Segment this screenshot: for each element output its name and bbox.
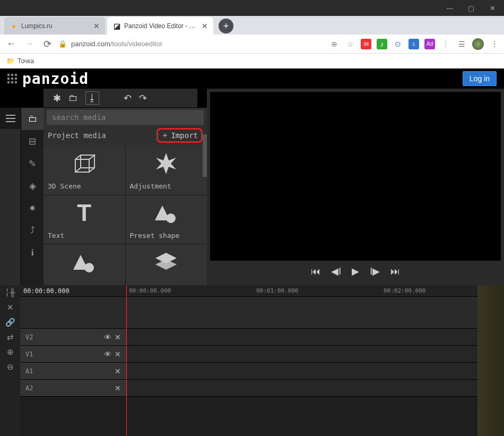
layers-icon [153,249,179,276]
chrome-menu-icon[interactable]: ⋮ [489,39,500,49]
timeline-empty-area[interactable] [20,297,477,329]
eye-icon[interactable]: 👁 [104,333,111,341]
timeline-tool-link[interactable]: 🔗 [0,315,20,330]
ext-icon-5[interactable]: Ad [424,39,435,49]
divider: | [440,39,451,49]
timeline-tool-snap[interactable]: ╎╫ [0,285,20,300]
panzoid-app: panzoid Log in ✱ 🗀 ⭳ ↶ ↷ [0,69,504,436]
nav-spark-icon[interactable]: ✷ [21,197,44,219]
nav-info-icon[interactable]: i [21,242,44,264]
window-maximize-button[interactable]: ▢ [460,0,482,16]
svg-point-2 [166,213,176,223]
media-item-3d-scene[interactable]: 3D Scene [44,146,125,195]
tab-title: Panzoid Video Editor - Edit Vide [124,22,198,30]
timeline-tool-split[interactable]: ⇄ [0,330,20,345]
media-item-extra-1[interactable] [44,244,125,285]
project-media-label: Project media [48,131,106,140]
timeline-tool-remove[interactable]: ⊖ [0,360,20,374]
media-item-extra-2[interactable] [126,244,207,285]
media-item-preset-shape[interactable]: Preset shape [126,195,207,244]
project-toolbar: ✱ 🗀 ⭳ ↶ ↷ [44,89,197,108]
panel-scrollbar[interactable] [203,134,207,177]
reading-list-icon[interactable]: ☰ [456,39,467,49]
ext-icon-3[interactable]: ⊙ [393,39,403,49]
close-icon[interactable]: ✕ [115,384,121,392]
timeline-main: 00:00:00.000 00:00:00.000 00:01:00.000 0… [20,285,477,436]
browser-tab-active[interactable]: ◪ Panzoid Video Editor - Edit Vide ✕ [107,17,213,35]
extension-icons: ⊕ ☆ 38 ♪ ⊙ 1 Ad | ☰ ⋮ [329,38,500,50]
close-icon[interactable]: ✕ [115,367,121,375]
share-icon[interactable]: ⊕ [329,39,340,49]
favicon-panzoid: ◪ [112,22,121,30]
star-icon[interactable]: ☆ [345,39,355,49]
search-input[interactable]: search media [47,110,204,125]
nav-sliders-icon[interactable]: ⊟ [21,130,44,152]
login-button[interactable]: Log in [463,71,497,86]
timeline-tool-delete[interactable]: ✕ [0,300,20,315]
url-field[interactable]: 🔒 panzoid.com/tools/videoeditor [58,40,325,48]
import-highlight: ＋ Import [157,128,203,143]
undo-icon[interactable]: ↶ [124,92,132,104]
window-close-button[interactable]: ✕ [482,0,503,16]
timeline-stamp: 00:01:00.000 [256,287,298,294]
ext-icon-4[interactable]: 1 [409,39,419,49]
apps-grid-icon [7,74,17,83]
hamburger-menu[interactable] [0,108,21,129]
nav-pencil-icon[interactable]: ✎ [21,152,44,175]
media-item-text[interactable]: T Text [44,195,125,244]
bookmarks-bar: 📁 Точка [0,54,504,69]
media-item-adjustment[interactable]: Adjustment [126,146,207,195]
browser-tab-bar: ● Lumpics.ru ✕ ◪ Panzoid Video Editor - … [0,16,504,35]
window-minimize-button[interactable]: — [439,0,460,16]
track-a1[interactable]: A1 ✕ [20,363,477,380]
eye-icon[interactable]: 👁 [104,350,111,358]
nav-media-icon[interactable]: 🗀 [21,108,44,130]
shapes-icon [153,200,179,226]
timeline-tool-add[interactable]: ⊕ [0,345,20,360]
bookmark-item[interactable]: Точка [18,57,34,65]
new-icon[interactable]: ✱ [53,92,61,104]
spark-icon [153,150,179,177]
track-v2[interactable]: V2 👁✕ [20,329,477,346]
app-logo[interactable]: panzoid [7,70,89,88]
profile-avatar[interactable] [472,38,484,50]
new-tab-button[interactable]: + [219,19,233,33]
timeline-ruler[interactable]: 00:00:00.000 00:00:00.000 00:01:00.000 0… [20,285,477,297]
svg-marker-0 [156,153,176,174]
nav-forward-button[interactable]: → [22,37,36,51]
redo-icon[interactable]: ↷ [139,92,147,104]
nav-export-icon[interactable]: ⤴ [21,219,44,242]
nav-reload-button[interactable]: ⟳ [40,37,54,51]
track-a2[interactable]: A2 ✕ [20,380,477,397]
tab-close-icon[interactable]: ✕ [93,22,100,30]
tab-title: Lumpics.ru [21,22,90,30]
browser-tab-inactive[interactable]: ● Lumpics.ru ✕ [4,17,105,35]
media-grid: 3D Scene Adjustment T Text [44,146,207,285]
ext-icon-1[interactable]: 38 [361,39,371,49]
url-path: /tools/videoeditor [110,40,162,48]
folder-icon[interactable]: 🗀 [68,92,78,104]
timeline-tracks: V2 👁✕ V1 👁✕ A1 [20,297,477,436]
step-back-icon[interactable]: ◀Ⅰ [331,266,341,277]
preview-canvas[interactable] [210,92,501,261]
media-panel: search media Project media ＋ Import [44,108,207,285]
close-icon[interactable]: ✕ [115,333,121,341]
close-icon[interactable]: ✕ [115,350,121,358]
play-icon[interactable]: ▶ [352,266,359,277]
nav-cube-icon[interactable]: ◈ [21,175,44,197]
skip-end-icon[interactable]: ⏭ [390,266,400,277]
step-forward-icon[interactable]: Ⅰ▶ [370,266,380,277]
app-header: panzoid Log in [0,69,504,89]
ext-icon-2[interactable]: ♪ [377,39,387,49]
svg-marker-6 [155,259,177,270]
preview-panel: ⏮ ◀Ⅰ ▶ Ⅰ▶ ⏭ [207,89,504,285]
nav-back-button[interactable]: ← [4,37,18,51]
playhead[interactable] [126,285,127,436]
download-icon[interactable]: ⭳ [85,91,99,105]
skip-start-icon[interactable]: ⏮ [311,266,320,277]
svg-point-4 [84,263,94,272]
import-button[interactable]: ＋ Import [161,131,198,140]
tab-close-icon[interactable]: ✕ [202,22,208,30]
track-v1[interactable]: V1 👁✕ [20,346,477,363]
favicon-lumpics: ● [10,22,18,30]
